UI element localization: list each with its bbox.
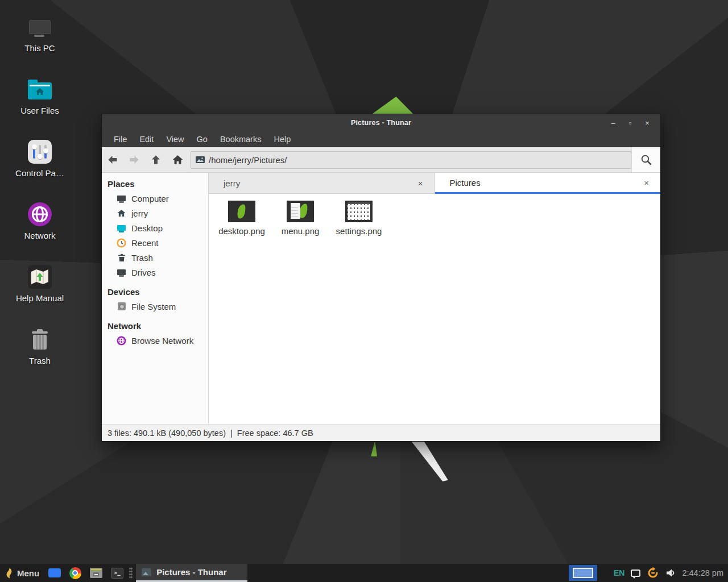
- sidebar-item-desktop[interactable]: Desktop: [102, 221, 208, 235]
- minimize-button[interactable]: –: [605, 114, 622, 131]
- menu-view[interactable]: View: [160, 131, 190, 147]
- globe-icon: [117, 336, 126, 346]
- search-button[interactable]: [631, 147, 660, 172]
- wallpaper-green-shape: [371, 97, 413, 114]
- desktop-monitor-icon: [117, 223, 126, 233]
- tab-label: Pictures: [450, 178, 641, 188]
- desktop-icon-control-panel[interactable]: Control Pa…: [0, 139, 80, 202]
- home-button[interactable]: [167, 149, 188, 170]
- image-file-icon: [142, 568, 151, 576]
- window-title: Pictures - Thunar: [351, 119, 411, 127]
- clock[interactable]: 2:44:28 pm: [682, 568, 723, 577]
- maximize-button[interactable]: ▫: [622, 114, 639, 131]
- hard-drive-icon: [117, 302, 126, 311]
- desktop-icon-label: Help Manual: [16, 293, 64, 303]
- desktop-icon-user-files[interactable]: User Files: [0, 77, 80, 139]
- tab-pictures[interactable]: Pictures ×: [435, 173, 661, 194]
- wallpaper-green-shape: [370, 440, 380, 456]
- sidebar-item-label: jerry: [131, 209, 148, 218]
- desktop-icon-network[interactable]: Network: [0, 202, 80, 264]
- chrome-launcher-icon[interactable]: [69, 567, 81, 579]
- home-folder-icon: [28, 82, 52, 99]
- file-name: settings.png: [336, 226, 382, 236]
- sidebar-item-label: Desktop: [131, 223, 163, 233]
- notification-icon[interactable]: [631, 569, 640, 577]
- volume-icon[interactable]: [665, 568, 676, 577]
- menu-button-label: Menu: [17, 568, 39, 578]
- up-button[interactable]: [145, 149, 167, 170]
- image-thumbnail: [345, 201, 373, 222]
- trash-icon: [117, 253, 126, 263]
- desktop-icon-help-manual[interactable]: Help Manual: [0, 264, 80, 327]
- window-controls: – ▫ ×: [605, 114, 656, 131]
- drives-icon: [117, 268, 126, 277]
- sidebar-header-places: Places: [102, 177, 208, 191]
- file-item-menu-png[interactable]: menu.png: [273, 201, 328, 236]
- sidebar: Places Computer jerry Desktop: [102, 173, 209, 424]
- workspace-switcher[interactable]: [569, 565, 597, 581]
- trash-icon: [31, 329, 48, 350]
- desktop-icon-trash[interactable]: Trash: [0, 327, 80, 389]
- sidebar-item-drives[interactable]: Drives: [102, 265, 208, 280]
- computer-icon: [117, 194, 126, 203]
- file-manager-launcher-icon[interactable]: [48, 568, 61, 577]
- globe-icon: [27, 202, 52, 227]
- status-text: 3 files: 490.1 kB (490,050 bytes) | Free…: [107, 429, 313, 438]
- sidebar-item-computer[interactable]: Computer: [102, 191, 208, 206]
- image-file-icon: [196, 156, 205, 163]
- sidebar-item-recent[interactable]: Recent: [102, 235, 208, 250]
- task-button-thunar[interactable]: Pictures - Thunar: [136, 564, 247, 582]
- desktop-wallpaper: This PC User Files Control Pa…: [0, 0, 728, 582]
- sidebar-header-devices: Devices: [102, 285, 208, 299]
- sidebar-item-home[interactable]: jerry: [102, 206, 208, 221]
- tab-close-icon[interactable]: ×: [640, 177, 652, 189]
- taskbar: Menu Pictures - Thunar EN 2:44:28 pm: [0, 564, 728, 582]
- thunar-window: Pictures - Thunar – ▫ × File Edit View G…: [101, 114, 661, 442]
- file-item-settings-png[interactable]: settings.png: [332, 201, 386, 236]
- desktop-icon-this-pc[interactable]: This PC: [0, 14, 80, 77]
- distro-logo-icon: [5, 568, 13, 579]
- tab-jerry[interactable]: jerry ×: [209, 173, 435, 194]
- forward-arrow-icon: [129, 154, 140, 165]
- archive-manager-launcher-icon[interactable]: [90, 568, 102, 578]
- sidebar-item-label: Trash: [131, 253, 153, 263]
- path-text: /home/jerry/Pictures/: [209, 155, 287, 165]
- sidebar-item-browse-network[interactable]: Browse Network: [102, 333, 208, 348]
- workspace-window-outline: [573, 568, 593, 578]
- sidebar-item-label: Drives: [131, 268, 156, 277]
- tasklist-handle: [129, 567, 133, 579]
- keyboard-layout-indicator[interactable]: EN: [614, 568, 624, 577]
- menu-help[interactable]: Help: [267, 131, 297, 147]
- sidebar-item-label: File System: [131, 302, 176, 311]
- file-item-desktop-png[interactable]: desktop.png: [214, 201, 269, 236]
- desktop-icon-label: Network: [24, 231, 55, 240]
- forward-button[interactable]: [123, 149, 145, 170]
- window-titlebar[interactable]: Pictures - Thunar – ▫ ×: [102, 114, 660, 131]
- back-button[interactable]: [102, 149, 123, 170]
- path-bar[interactable]: /home/jerry/Pictures/: [191, 151, 631, 169]
- menu-bookmarks[interactable]: Bookmarks: [214, 131, 268, 147]
- update-icon[interactable]: [647, 567, 659, 579]
- menu-edit[interactable]: Edit: [133, 131, 160, 147]
- search-icon: [640, 154, 652, 165]
- menu-file[interactable]: File: [107, 131, 133, 147]
- file-name: desktop.png: [218, 226, 265, 236]
- sidebar-item-label: Computer: [131, 194, 169, 203]
- file-list[interactable]: desktop.png menu.png settings.png: [209, 194, 660, 424]
- menu-go[interactable]: Go: [191, 131, 214, 147]
- terminal-launcher-icon[interactable]: [111, 568, 123, 579]
- status-bar: 3 files: 490.1 kB (490,050 bytes) | Free…: [102, 424, 660, 441]
- desktop-icon-label: Trash: [29, 356, 51, 365]
- system-tray: EN 2:44:28 pm: [614, 564, 723, 582]
- wallpaper-white-shape: [407, 440, 452, 481]
- sidebar-item-trash[interactable]: Trash: [102, 250, 208, 265]
- desktop-icon-label: Control Pa…: [15, 168, 64, 178]
- applications-menu-button[interactable]: Menu: [0, 564, 44, 582]
- map-icon: [28, 265, 52, 289]
- sidebar-item-file-system[interactable]: File System: [102, 299, 208, 314]
- clock-icon: [117, 238, 126, 248]
- close-button[interactable]: ×: [639, 114, 656, 131]
- image-thumbnail: [228, 201, 255, 222]
- tab-close-icon[interactable]: ×: [415, 177, 427, 189]
- task-button-label: Pictures - Thunar: [156, 567, 226, 577]
